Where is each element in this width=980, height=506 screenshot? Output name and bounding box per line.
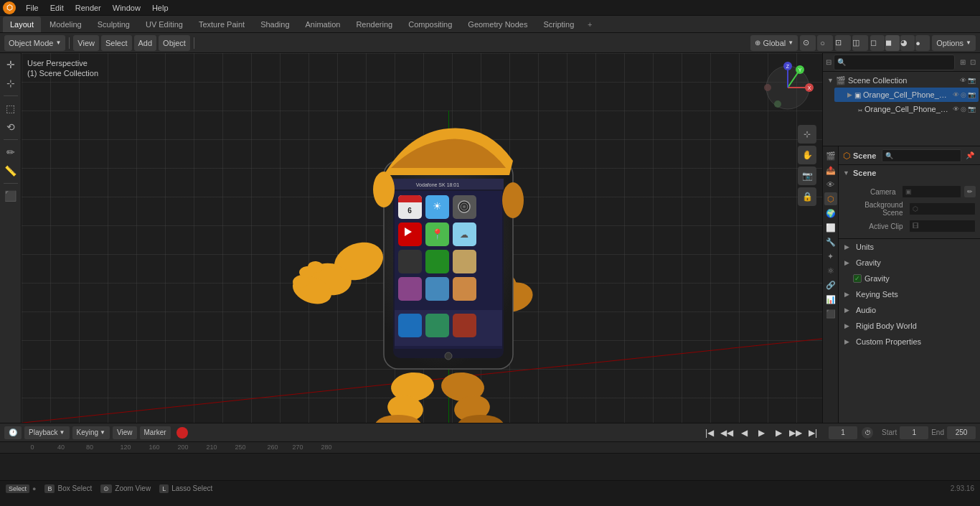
prev-keyframe-btn[interactable]: ◀◀ [720, 426, 734, 439]
jump-start-btn[interactable]: |◀ [702, 426, 717, 439]
tab-rendering[interactable]: Rendering [349, 17, 400, 32]
snap-btn[interactable]: ⊙ [800, 35, 816, 51]
prop-icon-material[interactable]: ⬛ [824, 307, 837, 320]
select-menu[interactable]: Select [101, 35, 132, 51]
viewport-area[interactable]: Vodafone SK 18:01 6 ☀ [22, 53, 822, 423]
render-icon[interactable]: 📷 [968, 77, 976, 84]
outliner-icon-btn[interactable]: ⊟ [826, 58, 831, 66]
viewport-camera-btn[interactable]: 📷 [798, 167, 816, 185]
bg-scene-value[interactable]: ⬡ [909, 202, 976, 215]
keying-sets-section[interactable]: ▶ Keying Sets [839, 286, 980, 302]
add-workspace-button[interactable]: + [583, 17, 597, 32]
jump-end-btn[interactable]: ▶| [806, 426, 820, 439]
keying-btn[interactable]: Keying ▼ [72, 426, 110, 439]
rigid-body-section[interactable]: ▶ Rigid Body World [839, 318, 980, 334]
playback-btn[interactable]: Playback ▼ [24, 426, 70, 439]
rnd-icon-0[interactable]: 📷 [968, 91, 976, 98]
tab-shading[interactable]: Shading [253, 17, 296, 32]
menu-edit[interactable]: Edit [44, 0, 70, 16]
transform-tool[interactable]: ⟲ [2, 118, 19, 136]
menu-file[interactable]: File [20, 0, 44, 16]
outliner-row-0[interactable]: ▶ ▣ Orange_Cell_Phone_Mascot_ 👁 ◎ 📷 [834, 88, 979, 102]
prop-icon-render[interactable]: 🎬 [824, 149, 837, 162]
gravity-checkbox[interactable]: ✓ [853, 274, 862, 283]
camera-edit-btn[interactable]: ✏ [964, 186, 976, 197]
record-btn[interactable] [176, 427, 188, 439]
outliner-row-scene-collection[interactable]: ▼ 🎬 Scene Collection 👁 📷 [824, 73, 979, 88]
prop-icon-output[interactable]: 📤 [824, 164, 837, 177]
viewport-nav-btn[interactable]: ⊹ [798, 125, 816, 144]
select-box-tool[interactable]: ⬚ [2, 100, 19, 117]
active-clip-value[interactable]: 🎞 [909, 220, 976, 233]
scene-section-header[interactable]: ▼ Scene [839, 165, 980, 181]
prop-icon-physics[interactable]: ⚛ [824, 264, 837, 277]
add-menu[interactable]: Add [134, 35, 157, 51]
tab-texture-paint[interactable]: Texture Paint [192, 17, 252, 32]
timeline-scrubber[interactable]: 0 40 80 120 160 200 210 250 260 270 280 [0, 442, 980, 480]
prop-icon-particles[interactable]: ✦ [824, 250, 837, 263]
custom-props-section[interactable]: ▶ Custom Properties [839, 334, 980, 350]
object-menu[interactable]: Object [159, 35, 190, 51]
xray-toggle[interactable]: ◫ [852, 35, 868, 51]
prop-icon-modifier[interactable]: 🔧 [824, 235, 837, 248]
viewport-hand-btn[interactable]: ✋ [798, 146, 816, 164]
start-frame-input[interactable]: 1 [900, 426, 928, 439]
mode-selector[interactable]: Object Mode ▼ [4, 35, 65, 51]
next-frame-btn[interactable]: ▶ [771, 426, 786, 439]
prop-icon-world[interactable]: 🌍 [824, 207, 837, 220]
tab-modeling[interactable]: Modeling [42, 17, 89, 32]
audio-section[interactable]: ▶ Audio [839, 302, 980, 318]
prop-pin-btn[interactable]: 📌 [964, 150, 976, 161]
sel-icon-0[interactable]: ◎ [961, 91, 966, 98]
units-section[interactable]: ▶ Units [839, 239, 980, 255]
viewport-gizmo[interactable]: X Y Z [759, 59, 816, 116]
shading-wire[interactable]: ◻ [870, 35, 885, 51]
tab-uv-editing[interactable]: UV Editing [138, 17, 190, 32]
proportional-edit-btn[interactable]: ○ [817, 35, 833, 51]
menu-window[interactable]: Window [107, 0, 146, 16]
current-frame-display[interactable]: 1 [829, 426, 857, 439]
overlay-toggle[interactable]: ⊡ [835, 35, 851, 51]
timeline-mode-btn[interactable]: 🕐 [4, 426, 22, 439]
visibility-icon[interactable]: 👁 [960, 77, 966, 84]
vis-icon-1[interactable]: 👁 [953, 106, 959, 113]
menu-help[interactable]: Help [146, 0, 174, 16]
transform-selector[interactable]: ⊕ Global ▼ [750, 35, 798, 51]
view-menu[interactable]: View [73, 35, 99, 51]
prop-icon-view[interactable]: 👁 [824, 178, 837, 191]
tab-animation[interactable]: Animation [298, 17, 348, 32]
sel-icon-1[interactable]: ◎ [961, 106, 966, 113]
prop-icon-object[interactable]: ⬜ [824, 221, 837, 234]
outliner-row-1[interactable]: ⟗ Orange_Cell_Phone_Mas 👁 ◎ 📷 [834, 102, 979, 116]
play-btn[interactable]: ▶ [754, 426, 768, 439]
next-keyframe-btn[interactable]: ▶▶ [788, 426, 803, 439]
outliner-filter-btn[interactable]: ⊞ [958, 58, 967, 66]
outliner-search[interactable]: 🔍 [834, 55, 955, 70]
cursor-tool[interactable]: ✛ [2, 56, 19, 73]
frame-clock-btn[interactable]: ⏱ [862, 427, 873, 439]
end-frame-input[interactable]: 250 [947, 426, 976, 439]
prop-icon-constraints[interactable]: 🔗 [824, 278, 837, 291]
options-btn[interactable]: Options ▼ [932, 35, 976, 51]
outliner-sort-btn[interactable]: ⊡ [969, 58, 977, 66]
menu-render[interactable]: Render [70, 0, 107, 16]
shading-rendered[interactable]: ● [915, 35, 930, 51]
marker-btn[interactable]: Marker [140, 426, 171, 439]
annotate-tool[interactable]: ✏ [2, 144, 19, 161]
tab-compositing[interactable]: Compositing [401, 17, 459, 32]
add-cube-tool[interactable]: ⬛ [2, 187, 19, 205]
tab-geometry-nodes[interactable]: Geometry Nodes [461, 17, 534, 32]
measure-tool[interactable]: 📏 [2, 162, 19, 179]
prev-frame-btn[interactable]: ◀ [737, 426, 751, 439]
prop-icon-data[interactable]: 📊 [824, 293, 837, 306]
rnd-icon-1[interactable]: 📷 [968, 106, 976, 113]
tab-scripting[interactable]: Scripting [536, 17, 581, 32]
gravity-section[interactable]: ▶ Gravity [839, 255, 980, 271]
prop-icon-scene[interactable]: ⬡ [824, 192, 837, 205]
move-tool[interactable]: ⊹ [2, 75, 19, 92]
shading-mat[interactable]: ◕ [900, 35, 915, 51]
view-btn[interactable]: View [113, 426, 137, 439]
shading-solid[interactable]: ◼ [885, 35, 900, 51]
vis-icon-0[interactable]: 👁 [953, 91, 959, 98]
tab-layout[interactable]: Layout [3, 17, 41, 32]
